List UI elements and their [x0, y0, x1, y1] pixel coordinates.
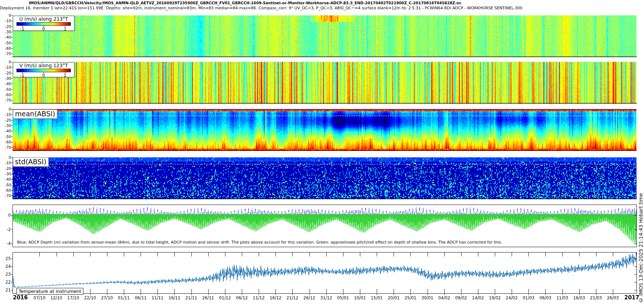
date-tick-label: 31/12 — [320, 295, 332, 300]
date-tick-label: 11/12 — [253, 295, 265, 300]
depth-tick-label: -60 — [0, 93, 11, 97]
depth-tick-label: -40 — [0, 129, 11, 133]
date-tick-label: 16/12 — [270, 295, 282, 300]
depth-variation-tick-label: -4 — [0, 241, 11, 246]
depth-tick-label: 0 — [0, 13, 11, 18]
date-tick-label: 21/11 — [185, 295, 197, 300]
date-tick-label: 06/11 — [135, 295, 147, 300]
depth-tick-label: -70 — [0, 52, 11, 56]
x-axis-year-right: 2017 — [624, 294, 639, 301]
date-tick-label: 07/10 — [34, 295, 45, 300]
depth-tick-label: -50 — [0, 87, 11, 92]
depth-tick-label: -10 — [0, 19, 11, 23]
depth-tick-label: -60 — [0, 188, 11, 192]
date-tick-label: 16/11 — [169, 295, 180, 300]
depth-tick-label: -40 — [0, 35, 11, 39]
depth-tick-label: -10 — [0, 65, 11, 69]
date-tick-label: 25/01 — [405, 295, 416, 300]
legend-u-title: U (m/s) along 213°T — [13, 16, 74, 22]
date-tick-label: 27/10 — [101, 295, 113, 300]
date-tick-label: 24/02 — [506, 295, 518, 300]
depth-tick-label: -70 — [0, 193, 11, 198]
depth-tick-label: -20 — [0, 24, 11, 29]
depth-tick-label: -60 — [0, 140, 11, 144]
temperature-tick-label: 24 — [0, 264, 11, 269]
date-tick-label: 14/02 — [472, 295, 484, 300]
date-tick-label: 11/03 — [556, 295, 568, 300]
figure-title-line1: IMOS/ANMN/QLD/GBRCCH/Velocity/IMOS_ANMN-… — [0, 1, 490, 5]
legend-v-velocity: V (m/s) along 123°T -1 0 1 — [13, 62, 74, 77]
date-tick-label: 26/11 — [202, 295, 214, 300]
depth-tick-label: -70 — [0, 98, 11, 102]
depth-tick-label: -10 — [0, 112, 11, 117]
depth-tick-label: -40 — [0, 82, 11, 86]
depth-tick-label: -30 — [0, 30, 11, 34]
date-tick-label: 11/11 — [152, 295, 164, 300]
date-tick-label: 09/02 — [455, 295, 467, 300]
depth-variation-tick-label: -2 — [0, 227, 11, 232]
legend-u-velocity: U (m/s) along 213°T -1 0 1 — [13, 16, 74, 31]
date-tick-label: 19/02 — [489, 295, 501, 300]
temperature-tick-label: 22 — [0, 280, 11, 285]
date-tick-label: 17/10 — [67, 295, 79, 300]
depth-variation-caption: Blue: ADCP Depth (m) variation from sens… — [17, 240, 502, 245]
credit-text: © IMOS 13-Dec-2025 21:14:43 Hobart time — [638, 193, 644, 303]
depth-tick-label: -20 — [0, 118, 11, 122]
label-mean-absi: mean(ABSI) — [13, 109, 57, 119]
date-tick-label: 06/03 — [540, 295, 551, 300]
label-temperature: Temperature at instrument — [16, 288, 83, 295]
date-tick-label: 04/02 — [438, 295, 450, 300]
temperature-tick-label: 23 — [0, 272, 11, 277]
date-tick-label: 26/12 — [303, 295, 315, 300]
date-tick-label: 26/03 — [607, 295, 619, 300]
depth-tick-label: 0 — [0, 155, 11, 160]
date-tick-label: 06/12 — [236, 295, 248, 300]
colorbar-v: -1 0 1 — [16, 69, 71, 72]
date-tick-label: 15/01 — [371, 295, 383, 300]
date-tick-label: 21/03 — [590, 295, 602, 300]
x-axis-year-left: 2016 — [13, 294, 28, 301]
figure: IMOS/ANMN/QLD/GBRCCH/Velocity/IMOS_ANMN-… — [0, 0, 644, 304]
legend-v-title: V (m/s) along 123°T — [13, 63, 74, 68]
temperature-tick-label: 21 — [0, 288, 11, 293]
depth-tick-label: -50 — [0, 183, 11, 187]
date-tick-label: 05/01 — [337, 295, 349, 300]
depth-tick-label: -50 — [0, 41, 11, 45]
colorbar-tick-label: -1 — [20, 26, 24, 31]
colorbar-tick-label: 1 — [64, 26, 66, 31]
depth-tick-label: -40 — [0, 177, 11, 181]
date-tick-label: 20/01 — [388, 295, 400, 300]
depth-tick-label: -20 — [0, 71, 11, 75]
depth-tick-label: -30 — [0, 172, 11, 176]
date-tick-label: 01/03 — [523, 295, 535, 300]
colorbar-u: -1 0 1 — [16, 22, 71, 26]
date-tick-label: 01/11 — [118, 295, 130, 300]
depth-tick-label: -20 — [0, 166, 11, 171]
plot-canvas — [0, 0, 644, 304]
depth-tick-label: -70 — [0, 145, 11, 149]
colorbar-tick-label: 1 — [64, 73, 66, 78]
depth-tick-label: 0 — [0, 60, 11, 64]
date-tick-label: 16/03 — [573, 295, 585, 300]
date-tick-label: 22/10 — [84, 295, 96, 300]
depth-tick-label: -50 — [0, 134, 11, 139]
figure-title-line2: Deployment 16, member 1 lat=22.41S lon=1… — [0, 6, 501, 10]
date-tick-label: 01/12 — [219, 295, 231, 300]
depth-tick-label: -30 — [0, 76, 11, 80]
colorbar-tick-label: 0 — [42, 73, 45, 78]
date-tick-label: 21/12 — [287, 295, 298, 300]
temperature-tick-label: 25 — [0, 256, 11, 261]
date-tick-label: 30/01 — [421, 295, 433, 300]
date-tick-label: 10/01 — [354, 295, 366, 300]
colorbar-tick-label: -1 — [20, 73, 24, 78]
depth-tick-label: -30 — [0, 123, 11, 128]
depth-tick-label: 0 — [0, 107, 11, 111]
depth-tick-label: -10 — [0, 161, 11, 165]
depth-variation-tick-label: 0 — [0, 213, 11, 218]
label-std-absi: std(ABSI) — [13, 157, 49, 167]
colorbar-tick-label: 0 — [42, 26, 45, 31]
depth-tick-label: -60 — [0, 46, 11, 50]
date-tick-label: 12/10 — [50, 295, 62, 300]
